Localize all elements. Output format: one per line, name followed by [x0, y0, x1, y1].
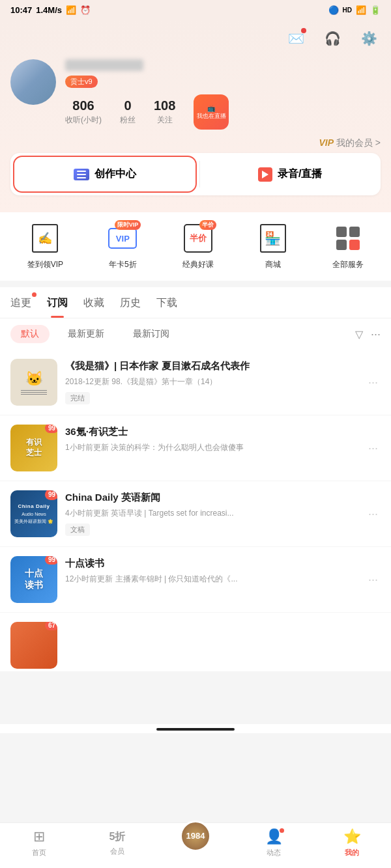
- nav-dynamic[interactable]: 👤 动态: [235, 828, 313, 858]
- stat-listen-label: 收听(小时): [65, 115, 102, 126]
- dot-1: [336, 227, 347, 237]
- settings-button[interactable]: ⚙️: [357, 27, 381, 50]
- filter-latest-update[interactable]: 最新更新: [57, 325, 115, 343]
- home-label: 首页: [32, 848, 46, 858]
- username: [65, 59, 143, 71]
- live-button[interactable]: 📺 我也在直播: [194, 94, 229, 130]
- course-badge: 半价: [199, 220, 216, 230]
- more-1[interactable]: ···: [366, 439, 381, 458]
- nav-home[interactable]: ⊞ 首页: [0, 828, 78, 858]
- badge-2: 99: [45, 490, 57, 500]
- time-text: 10:47: [10, 5, 32, 15]
- vip-nav-label: 会员: [110, 847, 124, 856]
- service-sign-vip[interactable]: ✍ 签到领VIP: [27, 223, 63, 270]
- yearcard-label: 年卡5折: [109, 259, 137, 270]
- content-3: 十点读书 12小时前更新 主播素年锦时 | 你只知道哈代的《...: [65, 556, 358, 589]
- headphone-button[interactable]: 🎧: [321, 27, 344, 50]
- stat-fans-label: 粉丝: [120, 115, 136, 126]
- profile-row: 贡士v9 806 收听(小时) 0 粉丝 108 关注 📺 我也在直播: [10, 59, 381, 130]
- dot-3: [336, 240, 347, 250]
- service-store[interactable]: 🏪 商城: [257, 223, 289, 270]
- tab-favorites-label: 收藏: [83, 297, 104, 308]
- blue-thumb-sub: Audio News: [22, 511, 46, 517]
- thumb-2: China Daily Audio News 英美外籍讲新闻 🌟 99: [10, 490, 57, 537]
- tab-download[interactable]: 下载: [156, 287, 177, 318]
- center-icon: 1984: [180, 820, 211, 852]
- vip-card-icon: VIP: [108, 228, 137, 249]
- record-icon: [258, 167, 272, 182]
- list-item-1[interactable]: 有识芝士 99 36氪·有识芝士 1小时前更新 决策的科学：为什么聪明人也会做傻…: [0, 415, 391, 481]
- filter-default[interactable]: 默认: [10, 325, 50, 343]
- sign-label: 签到领VIP: [27, 259, 63, 270]
- status-right: 🔵 HD 📶 🔋: [328, 5, 381, 15]
- course-label: 经典好课: [182, 259, 214, 270]
- icon-line-1: [77, 171, 86, 172]
- top-icon-row: ✉️ 🎧 ⚙️: [10, 27, 381, 50]
- mine-label: 我的: [345, 848, 359, 858]
- title-3: 十点读书: [65, 556, 358, 570]
- filter-funnel-icon[interactable]: ▽: [355, 328, 363, 341]
- stat-fans: 0 粉丝: [120, 98, 136, 126]
- stat-listen: 806 收听(小时): [65, 98, 102, 126]
- center-icon-text: 1984: [186, 831, 205, 841]
- vip-link[interactable]: VIP 我的会员 >: [319, 137, 381, 149]
- list-item-0[interactable]: 🐱 《我是猫》| 日本作家 夏目漱石成名代表作 2018-12更新 98.《我是…: [0, 350, 391, 415]
- list-item-3[interactable]: 十点读书 99 十点读书 12小时前更新 主播素年锦时 | 你只知道哈代的《..…: [0, 547, 391, 613]
- updates-badge: [32, 292, 36, 297]
- status-bar: 10:47 1.4M/s 📶 ⏰ 🔵 HD 📶 🔋: [0, 0, 391, 20]
- headphone-icon: 🎧: [325, 31, 341, 46]
- nav-vip[interactable]: 5折 会员: [78, 830, 156, 856]
- vip-badge: 限时VIP: [115, 220, 141, 230]
- yellow-thumb-text: 有识芝士: [26, 438, 42, 458]
- indicator-bar: [156, 728, 235, 731]
- nav-mine[interactable]: ⭐ 我的: [313, 828, 391, 858]
- stat-follow-num: 108: [154, 98, 175, 113]
- service-year-card[interactable]: VIP 限时VIP 年卡5折: [107, 223, 138, 270]
- all-label: 全部服务: [332, 259, 364, 270]
- service-classic-course[interactable]: 半价 半价 经典好课: [182, 223, 214, 270]
- icon-line-3: [77, 177, 86, 178]
- mail-button[interactable]: ✉️: [284, 27, 308, 50]
- content-list: 🐱 《我是猫》| 日本作家 夏目漱石成名代表作 2018-12更新 98.《我是…: [0, 350, 391, 672]
- thumb-3: 十点读书 99: [10, 556, 57, 603]
- tabs-section: 追更 订阅 收藏 历史 下载 默认 最新更新 最新订阅 ▽ ··· 🐱: [0, 287, 391, 672]
- status-left: 10:47 1.4M/s 📶 ⏰: [10, 5, 91, 15]
- tab-download-label: 下载: [156, 297, 177, 308]
- tab-history[interactable]: 历史: [120, 287, 141, 318]
- meta-1: 1小时前更新 决策的科学：为什么聪明人也会做傻事: [65, 442, 358, 453]
- meta-2: 4小时前更新 英语早读 | Targets set for increasi..…: [65, 508, 358, 519]
- create-center-button[interactable]: 创作中心: [13, 156, 197, 193]
- lightblue-thumb-text: 十点读书: [25, 568, 43, 591]
- tab-subscriptions[interactable]: 订阅: [47, 287, 68, 318]
- book-line-3: [21, 394, 47, 395]
- filter-more-icon[interactable]: ···: [371, 328, 381, 341]
- filter-latest-sub[interactable]: 最新订阅: [123, 325, 180, 343]
- tab-favorites[interactable]: 收藏: [83, 287, 104, 318]
- record-label: 录音/直播: [278, 167, 322, 181]
- nav-center[interactable]: 1984: [156, 832, 235, 854]
- book-lines: [21, 390, 47, 395]
- title-2: China Daily 英语新闻: [65, 490, 358, 504]
- profile-info: 贡士v9 806 收听(小时) 0 粉丝 108 关注 📺 我也在直播: [65, 59, 381, 130]
- vip-row: VIP 我的会员 >: [10, 137, 381, 149]
- stats-row: 806 收听(小时) 0 粉丝 108 关注 📺 我也在直播: [65, 94, 381, 130]
- more-2[interactable]: ···: [366, 505, 381, 524]
- tag-0: 完结: [65, 392, 90, 404]
- list-item-4[interactable]: 67: [0, 613, 391, 672]
- title-1: 36氪·有识芝士: [65, 425, 358, 438]
- signal-icon: 📶: [66, 5, 76, 15]
- create-icon: [74, 169, 89, 180]
- record-button[interactable]: 录音/直播: [200, 153, 381, 195]
- more-3[interactable]: ···: [366, 570, 381, 589]
- stat-listen-num: 806: [65, 98, 102, 113]
- tab-updates[interactable]: 追更: [10, 287, 31, 318]
- list-item-2[interactable]: China Daily Audio News 英美外籍讲新闻 🌟 99 Chin…: [0, 481, 391, 547]
- tab-history-label: 历史: [120, 297, 141, 308]
- avatar[interactable]: [10, 59, 56, 105]
- mail-icon: ✉️: [288, 31, 304, 46]
- service-all[interactable]: 全部服务: [332, 223, 364, 270]
- more-0[interactable]: ···: [366, 373, 381, 392]
- tag-2: 文稿: [65, 524, 90, 536]
- icon-line-2: [77, 174, 86, 175]
- thumb-1: 有识芝士 99: [10, 425, 57, 471]
